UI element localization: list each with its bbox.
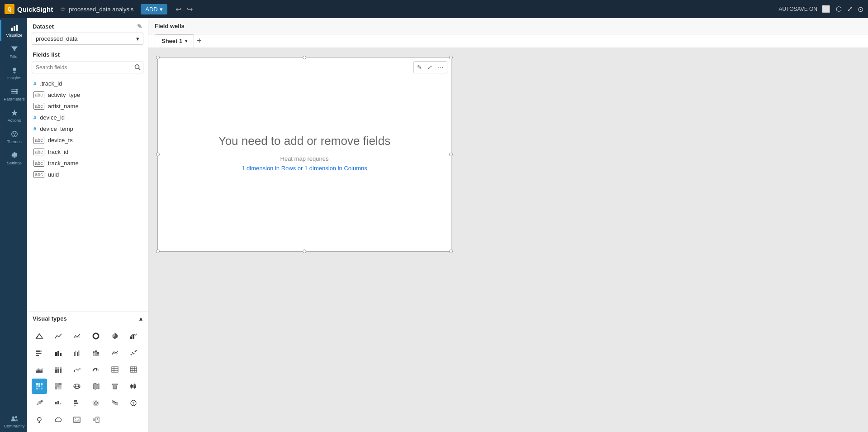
vtype-radar[interactable]: [88, 395, 104, 411]
visualization-container[interactable]: ✎ ⤢ ⋯ You need to add or remove fields H…: [157, 57, 451, 252]
vtype-pie[interactable]: [107, 328, 123, 344]
vis-placeholder-cols-link[interactable]: 1 dimension in Columns: [304, 165, 367, 172]
svg-rect-0: [11, 28, 13, 31]
resize-handle-br[interactable]: [449, 250, 453, 253]
vtype-vbar[interactable]: [51, 345, 66, 360]
sidebar-item-settings[interactable]: Settings: [0, 148, 27, 169]
sidebar-item-themes[interactable]: Themes: [0, 126, 27, 148]
share-icon[interactable]: ⬡: [836, 5, 842, 13]
dataset-value: processed_data: [36, 35, 78, 42]
field-name: artist_name: [48, 103, 79, 110]
field-item[interactable]: abctrack_name: [27, 158, 148, 169]
vis-expand-button[interactable]: ⤢: [425, 62, 435, 72]
vtype-kpi[interactable]: [32, 328, 47, 344]
search-button[interactable]: [134, 64, 141, 72]
resize-handle-ml[interactable]: [156, 153, 160, 156]
svg-rect-2: [16, 25, 18, 31]
resize-handle-bc[interactable]: [303, 250, 306, 253]
vtype-image[interactable]: [69, 412, 85, 427]
field-item[interactable]: abcactivity_type: [27, 89, 148, 101]
vtype-funnel[interactable]: [107, 379, 123, 394]
vtype-sankey[interactable]: [107, 395, 123, 411]
vtype-cloud[interactable]: [51, 412, 66, 427]
resize-handle-tc[interactable]: [303, 56, 306, 59]
fields-list: #.track_idabcactivity_typeabcartist_name…: [27, 76, 148, 311]
svg-point-3: [13, 68, 16, 71]
vtype-hbar-stacked[interactable]: [32, 345, 47, 360]
sheet-tab-1[interactable]: Sheet 1 ▾: [155, 34, 194, 48]
vtype-filled-map[interactable]: [88, 379, 104, 394]
vtype-bar-line[interactable]: [126, 328, 141, 344]
svg-rect-42: [97, 354, 99, 356]
vtype-vbar-group[interactable]: [69, 345, 85, 360]
resize-handle-bl[interactable]: [156, 250, 160, 253]
vtype-area-stacked[interactable]: [32, 362, 47, 377]
add-label: ADD: [145, 6, 157, 13]
field-item[interactable]: abctrack_id: [27, 146, 148, 158]
field-type-icon: abc: [33, 91, 44, 98]
vtype-table[interactable]: [107, 362, 123, 377]
logo: Q QuickSight: [5, 4, 53, 14]
vtype-custom2[interactable]: [88, 412, 104, 427]
vtype-box-plot[interactable]: [126, 379, 141, 394]
svg-rect-81: [55, 387, 57, 389]
vtype-hbar-negative[interactable]: [69, 395, 85, 411]
resize-handle-tl[interactable]: [156, 56, 160, 59]
sidebar-item-parameters[interactable]: Parameters: [0, 84, 27, 105]
vtype-scatter[interactable]: [126, 345, 141, 360]
sidebar-item-insights[interactable]: Insights: [0, 62, 27, 84]
vtype-custom[interactable]: ?: [126, 395, 141, 411]
fullscreen-icon[interactable]: ⤢: [847, 5, 853, 13]
field-item[interactable]: abcdevice_ts: [27, 134, 148, 146]
vtype-insight[interactable]: [32, 412, 47, 427]
vtype-donut[interactable]: [88, 328, 104, 344]
svg-rect-26: [36, 350, 40, 352]
monitor-icon[interactable]: ⬜: [822, 5, 830, 13]
dataset-select[interactable]: processed_data ▾: [32, 33, 143, 45]
add-button[interactable]: ADD ▾: [141, 4, 167, 14]
dataset-edit-button[interactable]: ✎: [137, 23, 142, 30]
sidebar-item-community[interactable]: Community: [0, 411, 27, 432]
vtype-vbar-negative[interactable]: [51, 395, 66, 411]
vtype-vbar-100[interactable]: [51, 362, 66, 377]
svg-rect-37: [78, 350, 80, 356]
vtype-geospatial[interactable]: [69, 379, 85, 394]
sidebar-item-actions[interactable]: Actions: [0, 105, 27, 126]
svg-point-7: [16, 89, 18, 91]
vtype-bubble[interactable]: [32, 395, 47, 411]
svg-point-95: [41, 400, 43, 403]
vtype-line[interactable]: [51, 328, 66, 344]
dataset-header: Dataset ✎: [27, 18, 148, 33]
vis-placeholder-rows-link[interactable]: 1 dimension in Rows: [242, 165, 296, 172]
svg-rect-10: [11, 93, 16, 94]
vtype-gauge[interactable]: [88, 362, 104, 377]
sidebar-item-filter[interactable]: Filter: [0, 41, 27, 62]
field-wells-bar: Field wells: [148, 18, 868, 34]
add-sheet-button[interactable]: +: [194, 36, 204, 46]
search-input[interactable]: [32, 62, 143, 73]
field-item[interactable]: #device_id: [27, 112, 148, 123]
sidebar-item-visualize[interactable]: Visualize: [0, 20, 27, 41]
visual-types-header[interactable]: Visual types ▴: [27, 312, 148, 326]
vtype-area[interactable]: [69, 328, 85, 344]
field-item[interactable]: abcuuid: [27, 169, 148, 180]
vis-edit-button[interactable]: ✎: [415, 62, 424, 72]
field-item[interactable]: abcartist_name: [27, 101, 148, 112]
field-item[interactable]: #.track_id: [27, 78, 148, 89]
user-icon[interactable]: ⊙: [858, 5, 863, 14]
vtype-vbar-stacked[interactable]: [88, 345, 104, 360]
vtype-multiline[interactable]: [107, 345, 123, 360]
vtype-heatmap[interactable]: [32, 379, 47, 394]
vtype-waterfall[interactable]: [69, 362, 85, 377]
resize-handle-tr[interactable]: [449, 56, 453, 59]
field-item[interactable]: #device_temp: [27, 123, 148, 134]
resize-handle-mr[interactable]: [449, 153, 453, 156]
redo-button[interactable]: ↪: [185, 4, 194, 14]
star-icon[interactable]: ☆: [60, 5, 66, 13]
undo-button[interactable]: ↩: [174, 4, 183, 14]
vtype-pivot[interactable]: [126, 362, 141, 377]
vis-more-button[interactable]: ⋯: [436, 62, 446, 72]
palette-icon: [10, 130, 19, 138]
svg-rect-43: [97, 352, 99, 354]
vtype-treemap[interactable]: [51, 379, 66, 394]
